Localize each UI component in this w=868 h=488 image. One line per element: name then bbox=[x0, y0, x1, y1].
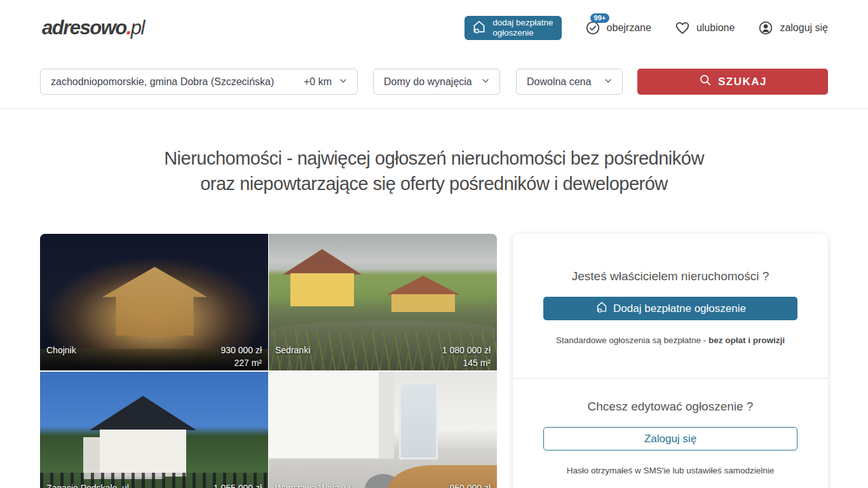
listing-card[interactable]: Zagacie Podskale, ul. 1 055 000 zł bbox=[40, 372, 268, 488]
listing-price: 1 080 000 zł bbox=[442, 345, 491, 355]
header-divider bbox=[0, 108, 868, 109]
listing-caption: Warszawa Wola, ul. 950 000 zł bbox=[275, 483, 491, 488]
sidebar-login-button[interactable]: Zaloguj się bbox=[543, 427, 797, 451]
chevron-down-icon bbox=[480, 76, 491, 88]
listing-card[interactable]: Chojnik 930 000 zł 227 m² bbox=[40, 234, 268, 370]
add-listing-label: dodaj bezpłatne ogłoszenie bbox=[492, 18, 553, 38]
person-circle-icon bbox=[757, 20, 774, 36]
listing-price: 930 000 zł bbox=[220, 345, 262, 355]
listing-caption: Zagacie Podskale, ul. 1 055 000 zł bbox=[46, 483, 262, 488]
search-button-label: SZUKAJ bbox=[718, 76, 767, 88]
site-logo[interactable]: adresowo.pl bbox=[42, 17, 144, 39]
chevron-down-icon[interactable] bbox=[338, 76, 348, 88]
listing-name: Sedranki bbox=[275, 345, 310, 355]
listing-caption: Sedranki 1 080 000 zł 145 m² bbox=[275, 345, 491, 368]
heart-icon bbox=[674, 20, 691, 36]
house-plus-icon bbox=[595, 300, 609, 317]
edit-heading: Chcesz edytować ogłoszenie ? bbox=[513, 379, 828, 414]
login-label: zaloguj się bbox=[780, 22, 828, 34]
search-button[interactable]: SZUKAJ bbox=[637, 69, 828, 95]
price-select[interactable]: Dowolna cena bbox=[516, 69, 623, 95]
page-title: Nieruchomości - najwięcej ogłoszeń nieru… bbox=[0, 146, 868, 196]
add-listing-button[interactable]: dodaj bezpłatne ogłoszenie bbox=[465, 16, 561, 40]
listing-name: Zagacie Podskale, ul. bbox=[46, 483, 132, 488]
favorites-button[interactable]: ulubione bbox=[674, 20, 735, 36]
viewed-count-badge: 99+ bbox=[590, 13, 610, 23]
listing-photo bbox=[40, 372, 268, 488]
login-button[interactable]: zaloguj się bbox=[757, 20, 828, 36]
logo-dot: . bbox=[126, 17, 131, 39]
category-select[interactable]: Domy do wynajęcia bbox=[373, 69, 500, 95]
listing-card[interactable]: Sedranki 1 080 000 zł 145 m² bbox=[269, 234, 497, 370]
listing-name: Chojnik bbox=[46, 345, 76, 355]
house-plus-icon bbox=[471, 18, 487, 37]
owner-note: Standardowe ogłoszenia są bezpłatne - be… bbox=[513, 336, 828, 345]
listing-area: 227 m² bbox=[46, 358, 262, 368]
edit-note: Hasło otrzymałeś w SMS'ie lub ustawiłeś … bbox=[513, 466, 828, 475]
location-value: zachodniopomorskie, gmina Dobra (Szczeci… bbox=[51, 76, 304, 88]
sidebar-add-listing-label: Dodaj bezpłatne ogłoszenie bbox=[613, 302, 746, 315]
header-actions: dodaj bezpłatne ogłoszenie 99+ obejrzane… bbox=[465, 16, 828, 40]
listings-grid: Chojnik 930 000 zł 227 m² Sedranki 1 080… bbox=[40, 234, 497, 488]
owner-heading: Jesteś właścicielem nieruchomości ? bbox=[513, 234, 828, 283]
listing-name: Warszawa Wola, ul. bbox=[275, 483, 353, 488]
listing-price: 1 055 000 zł bbox=[214, 483, 262, 488]
listing-photo bbox=[269, 372, 497, 488]
logo-text: adresowo bbox=[42, 17, 126, 39]
viewed-label: obejrzane bbox=[607, 22, 651, 34]
listing-card[interactable]: Warszawa Wola, ul. 950 000 zł bbox=[269, 372, 497, 488]
listing-price: 950 000 zł bbox=[449, 483, 491, 488]
category-value: Domy do wynajęcia bbox=[384, 76, 472, 88]
owner-panel: Jesteś właścicielem nieruchomości ? Doda… bbox=[513, 234, 828, 488]
listing-area: 145 m² bbox=[275, 358, 491, 368]
sidebar-add-listing-button[interactable]: Dodaj bezpłatne ogłoszenie bbox=[543, 297, 797, 320]
sidebar-login-label: Zaloguj się bbox=[644, 433, 696, 445]
listing-caption: Chojnik 930 000 zł 227 m² bbox=[46, 345, 262, 368]
favorites-label: ulubione bbox=[696, 22, 735, 34]
price-value: Dowolna cena bbox=[527, 76, 591, 88]
radius-value[interactable]: +0 km bbox=[304, 76, 332, 88]
location-input[interactable]: zachodniopomorskie, gmina Dobra (Szczeci… bbox=[40, 69, 358, 95]
magnifier-icon bbox=[698, 73, 712, 90]
chevron-down-icon bbox=[603, 76, 613, 88]
viewed-button[interactable]: 99+ obejrzane bbox=[585, 20, 651, 36]
logo-tld: pl bbox=[131, 17, 144, 39]
